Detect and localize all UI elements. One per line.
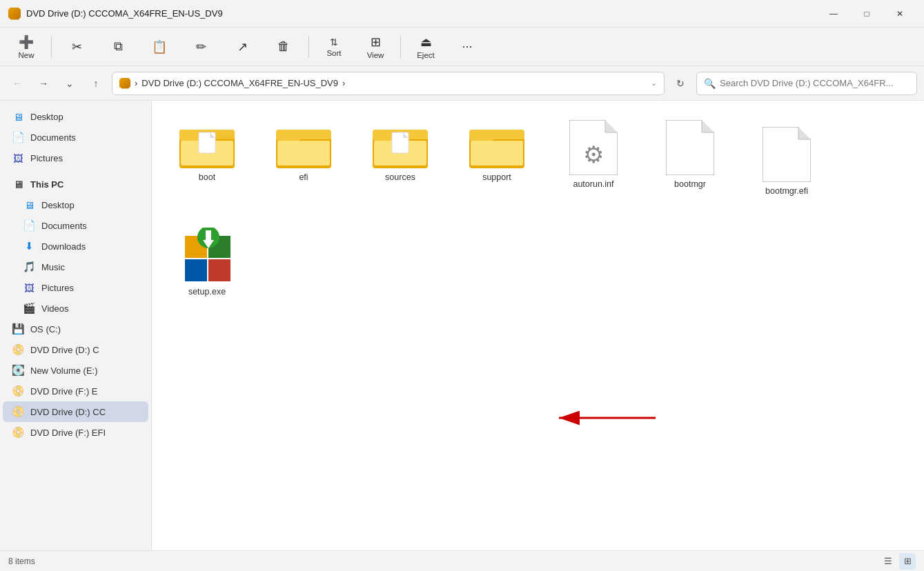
view-button[interactable]: ⊞ View xyxy=(356,30,395,63)
toolbar-sep-2 xyxy=(308,36,309,58)
sort-button[interactable]: ⇅ Sort xyxy=(315,30,353,63)
sidebar-label-desktop-qa: Desktop xyxy=(30,112,63,122)
item-count: 8 items xyxy=(8,557,35,566)
svg-rect-35 xyxy=(185,259,207,281)
sidebar-item-dvd-f[interactable]: 📀 DVD Drive (F:) E xyxy=(3,381,148,401)
sidebar-label-thispc: This PC xyxy=(30,179,63,190)
dvd-drive-icon xyxy=(8,8,21,20)
share-button[interactable]: ↗ xyxy=(223,30,262,63)
up-button[interactable]: ↑ xyxy=(86,73,106,94)
new-icon: ➕ xyxy=(19,34,34,50)
toolbar-sep-1 xyxy=(51,36,52,58)
svg-rect-16 xyxy=(469,130,494,141)
eject-button[interactable]: ⏏ Eject xyxy=(406,30,445,63)
window-controls: — □ ✕ xyxy=(818,3,916,24)
sidebar-label-dvd-f-more: DVD Drive (F:) EFI xyxy=(30,428,106,438)
paste-icon: 📋 xyxy=(152,39,167,54)
folder-efi-icon xyxy=(276,120,331,168)
sidebar-label-documents-qa: Documents xyxy=(30,132,76,143)
minimize-button[interactable]: — xyxy=(818,3,849,24)
forward-button[interactable]: → xyxy=(33,73,54,94)
sidebar-label-pictures-qa: Pictures xyxy=(30,153,63,163)
sidebar-item-thispc[interactable]: 🖥 This PC xyxy=(3,174,148,194)
grid-view-button[interactable]: ⊞ xyxy=(899,553,916,570)
list-view-button[interactable]: ☰ xyxy=(880,553,896,570)
file-setup[interactable]: setup.exe xyxy=(166,222,248,302)
folder-sources-icon xyxy=(373,120,428,168)
toolbar: ➕ New ✂ ⧉ 📋 ✏ ↗ 🗑 ⇅ Sort ⊞ View ⏏ Eject … xyxy=(0,28,924,66)
refresh-button[interactable]: ↻ xyxy=(670,73,691,94)
file-autorun[interactable]: ⚙ autorun.inf xyxy=(552,114,635,201)
sidebar-item-dvd-d-active[interactable]: 📀 DVD Drive (D:) CC xyxy=(3,401,148,422)
file-autorun-label: autorun.inf xyxy=(573,179,613,189)
os-c-icon: 💾 xyxy=(11,322,25,336)
sidebar-item-music-pc[interactable]: 🎵 Music xyxy=(14,257,148,277)
folder-sources[interactable]: sources xyxy=(359,114,442,201)
sidebar-label-dvd-d-active: DVD Drive (D:) CC xyxy=(30,407,106,417)
folder-boot-icon xyxy=(179,120,235,168)
sidebar-item-documents-qa[interactable]: 📄 Documents xyxy=(3,127,148,148)
sidebar-item-pictures-pc[interactable]: 🖼 Pictures xyxy=(14,277,148,298)
sidebar-item-desktop-qa[interactable]: 🖥 Desktop xyxy=(3,106,148,127)
file-bootmgr[interactable]: bootmgr xyxy=(649,114,731,201)
file-setup-label: setup.exe xyxy=(188,287,226,297)
thispc-icon: 🖥 xyxy=(11,177,25,191)
sidebar: 🖥 Desktop 📄 Documents 🖼 Pictures 🖥 This … xyxy=(0,101,152,550)
path-separator: › xyxy=(135,78,137,88)
sidebar-item-dvd-d[interactable]: 📀 DVD Drive (D:) C xyxy=(3,339,148,360)
file-bootmgr-efi[interactable]: bootmgr.efi xyxy=(745,121,828,201)
address-path[interactable]: › DVD Drive (D:) CCCOMA_X64FRE_EN-US_DV9… xyxy=(112,72,665,95)
rename-icon: ✏ xyxy=(196,39,206,54)
addressbar: ← → ⌄ ↑ › DVD Drive (D:) CCCOMA_X64FRE_E… xyxy=(0,66,924,101)
sidebar-item-documents-pc[interactable]: 📄 Documents xyxy=(14,215,148,236)
maximize-button[interactable]: □ xyxy=(851,3,883,24)
svg-rect-39 xyxy=(206,230,211,241)
copy-button[interactable]: ⧉ xyxy=(99,30,137,63)
sidebar-item-new-vol-e[interactable]: 💽 New Volume (E:) xyxy=(3,360,148,381)
svg-rect-36 xyxy=(208,259,230,281)
svg-text:⚙: ⚙ xyxy=(583,141,604,168)
desktop-qa-icon: 🖥 xyxy=(11,110,25,123)
titlebar-left: DVD Drive (D:) CCCOMA_X64FRE_EN-US_DV9 xyxy=(8,8,223,20)
sidebar-label-pictures-pc: Pictures xyxy=(41,283,74,293)
pictures-qa-icon: 🖼 xyxy=(11,151,25,165)
search-box[interactable]: 🔍 xyxy=(696,72,917,95)
dvd-d-icon: 📀 xyxy=(11,343,25,357)
recent-button[interactable]: ⌄ xyxy=(59,73,80,94)
sidebar-item-videos-pc[interactable]: 🎬 Videos xyxy=(14,298,148,319)
folder-support-icon xyxy=(469,120,524,168)
rename-button[interactable]: ✏ xyxy=(181,30,220,63)
folder-support[interactable]: support xyxy=(455,114,538,201)
close-button[interactable]: ✕ xyxy=(884,3,916,24)
folder-efi[interactable]: efi xyxy=(262,114,345,201)
delete-button[interactable]: 🗑 xyxy=(264,30,303,63)
search-input[interactable] xyxy=(720,78,910,88)
main-area: 🖥 Desktop 📄 Documents 🖼 Pictures 🖥 This … xyxy=(0,101,924,550)
file-bootmgr-efi-label: bootmgr.efi xyxy=(765,186,808,196)
view-label: View xyxy=(367,51,384,59)
folder-boot[interactable]: boot xyxy=(166,114,248,201)
sidebar-item-pictures-qa[interactable]: 🖼 Pictures xyxy=(3,148,148,168)
more-button[interactable]: ··· xyxy=(448,30,486,63)
sidebar-label-dvd-f: DVD Drive (F:) E xyxy=(30,386,98,397)
more-icon: ··· xyxy=(462,39,472,54)
thispc-children: 🖥 Desktop 📄 Documents ⬇ Downloads 🎵 Musi… xyxy=(0,194,151,319)
address-chevron-icon[interactable]: ⌄ xyxy=(651,79,657,88)
path-drive-icon xyxy=(119,78,130,89)
sidebar-item-dvd-f-more[interactable]: 📀 DVD Drive (F:) EFI xyxy=(3,422,148,443)
svg-rect-8 xyxy=(276,130,301,141)
breadcrumb-text: DVD Drive (D:) CCCOMA_X64FRE_EN-US_DV9 xyxy=(141,78,338,88)
new-button[interactable]: ➕ New xyxy=(7,30,46,63)
back-button[interactable]: ← xyxy=(7,73,28,94)
new-label: New xyxy=(18,51,34,59)
sidebar-item-downloads-pc[interactable]: ⬇ Downloads xyxy=(14,236,148,257)
sidebar-item-desktop-pc[interactable]: 🖥 Desktop xyxy=(14,194,148,215)
cut-button[interactable]: ✂ xyxy=(57,30,96,63)
folder-boot-label: boot xyxy=(199,172,215,182)
dvd-f-more-icon: 📀 xyxy=(11,425,25,439)
sidebar-item-os-c[interactable]: 💾 OS (C:) xyxy=(3,319,148,339)
paste-button[interactable]: 📋 xyxy=(140,30,179,63)
sort-icon: ⇅ xyxy=(330,37,338,48)
toolbar-sep-3 xyxy=(400,36,401,58)
folder-support-label: support xyxy=(482,172,511,182)
